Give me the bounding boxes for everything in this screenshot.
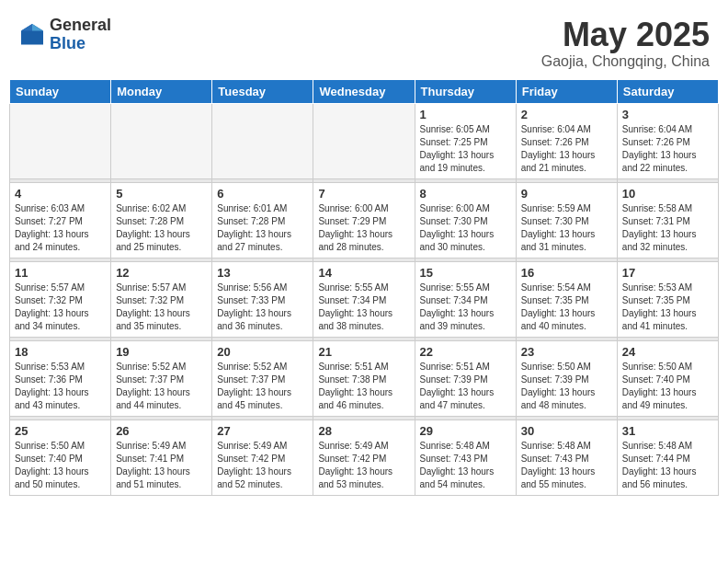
calendar-cell: 17Sunrise: 5:53 AM Sunset: 7:35 PM Dayli…: [617, 261, 718, 337]
day-info: Sunrise: 5:50 AM Sunset: 7:40 PM Dayligh…: [15, 440, 106, 491]
weekday-header-sunday: Sunday: [10, 79, 111, 103]
calendar-cell: [111, 103, 212, 178]
calendar-cell: [313, 103, 415, 178]
calendar-cell: 30Sunrise: 5:48 AM Sunset: 7:43 PM Dayli…: [516, 419, 617, 495]
calendar-cell: 7Sunrise: 6:00 AM Sunset: 7:29 PM Daylig…: [313, 182, 415, 258]
calendar-subtitle: Gaojia, Chongqing, China: [541, 53, 710, 70]
day-number: 6: [217, 187, 308, 201]
day-number: 12: [116, 266, 207, 280]
calendar-cell: 10Sunrise: 5:58 AM Sunset: 7:31 PM Dayli…: [617, 182, 718, 258]
day-info: Sunrise: 5:53 AM Sunset: 7:35 PM Dayligh…: [622, 282, 713, 333]
calendar-cell: 14Sunrise: 5:55 AM Sunset: 7:34 PM Dayli…: [313, 261, 415, 337]
day-number: 30: [521, 424, 612, 438]
day-number: 11: [15, 266, 106, 280]
day-info: Sunrise: 5:49 AM Sunset: 7:41 PM Dayligh…: [116, 440, 207, 491]
day-info: Sunrise: 5:51 AM Sunset: 7:38 PM Dayligh…: [318, 361, 409, 412]
weekday-header-wednesday: Wednesday: [313, 79, 415, 103]
day-number: 17: [622, 266, 713, 280]
day-info: Sunrise: 5:48 AM Sunset: 7:43 PM Dayligh…: [420, 440, 511, 491]
calendar-cell: 20Sunrise: 5:52 AM Sunset: 7:37 PM Dayli…: [212, 340, 313, 416]
calendar-cell: 22Sunrise: 5:51 AM Sunset: 7:39 PM Dayli…: [415, 340, 516, 416]
calendar-cell: [212, 103, 313, 178]
day-info: Sunrise: 5:52 AM Sunset: 7:37 PM Dayligh…: [116, 361, 207, 412]
day-number: 1: [420, 108, 511, 121]
day-info: Sunrise: 5:58 AM Sunset: 7:31 PM Dayligh…: [622, 202, 713, 254]
day-info: Sunrise: 5:49 AM Sunset: 7:42 PM Dayligh…: [217, 440, 308, 491]
day-info: Sunrise: 5:51 AM Sunset: 7:39 PM Dayligh…: [420, 361, 511, 412]
calendar-cell: 23Sunrise: 5:50 AM Sunset: 7:39 PM Dayli…: [516, 340, 617, 416]
calendar-cell: 9Sunrise: 5:59 AM Sunset: 7:30 PM Daylig…: [516, 182, 617, 258]
day-info: Sunrise: 5:52 AM Sunset: 7:37 PM Dayligh…: [217, 361, 308, 412]
calendar-cell: 8Sunrise: 6:00 AM Sunset: 7:30 PM Daylig…: [415, 182, 516, 258]
day-number: 19: [116, 345, 207, 359]
day-info: Sunrise: 5:57 AM Sunset: 7:32 PM Dayligh…: [15, 282, 106, 333]
calendar-cell: 11Sunrise: 5:57 AM Sunset: 7:32 PM Dayli…: [10, 261, 111, 337]
day-info: Sunrise: 6:03 AM Sunset: 7:27 PM Dayligh…: [15, 202, 106, 254]
day-number: 3: [622, 108, 713, 121]
day-number: 29: [420, 424, 511, 438]
calendar-cell: 13Sunrise: 5:56 AM Sunset: 7:33 PM Dayli…: [212, 261, 313, 337]
calendar-cell: 27Sunrise: 5:49 AM Sunset: 7:42 PM Dayli…: [212, 419, 313, 495]
weekday-header-monday: Monday: [111, 79, 212, 103]
calendar-week-row: 18Sunrise: 5:53 AM Sunset: 7:36 PM Dayli…: [10, 340, 719, 416]
day-number: 23: [521, 345, 612, 359]
day-info: Sunrise: 5:53 AM Sunset: 7:36 PM Dayligh…: [15, 361, 106, 412]
calendar-week-row: 1Sunrise: 6:05 AM Sunset: 7:25 PM Daylig…: [10, 103, 719, 178]
day-info: Sunrise: 5:56 AM Sunset: 7:33 PM Dayligh…: [217, 282, 308, 333]
day-info: Sunrise: 5:57 AM Sunset: 7:32 PM Dayligh…: [116, 282, 207, 333]
day-info: Sunrise: 5:54 AM Sunset: 7:35 PM Dayligh…: [521, 282, 612, 333]
svg-marker-1: [32, 24, 43, 31]
logo: General Blue: [18, 17, 111, 53]
calendar-week-row: 11Sunrise: 5:57 AM Sunset: 7:32 PM Dayli…: [10, 261, 719, 337]
calendar-cell: 16Sunrise: 5:54 AM Sunset: 7:35 PM Dayli…: [516, 261, 617, 337]
weekday-header-row: SundayMondayTuesdayWednesdayThursdayFrid…: [10, 79, 719, 103]
day-number: 2: [521, 108, 612, 121]
header: General Blue May 2025 Gaojia, Chongqing,…: [9, 9, 719, 74]
day-number: 31: [622, 424, 713, 438]
day-number: 22: [420, 345, 511, 359]
day-number: 14: [318, 266, 409, 280]
day-info: Sunrise: 5:59 AM Sunset: 7:30 PM Dayligh…: [521, 202, 612, 254]
day-info: Sunrise: 5:55 AM Sunset: 7:34 PM Dayligh…: [318, 282, 409, 333]
day-number: 25: [15, 424, 106, 438]
day-info: Sunrise: 6:05 AM Sunset: 7:25 PM Dayligh…: [420, 123, 511, 175]
day-number: 16: [521, 266, 612, 280]
calendar-cell: 24Sunrise: 5:50 AM Sunset: 7:40 PM Dayli…: [617, 340, 718, 416]
calendar-title: May 2025: [541, 17, 710, 53]
day-info: Sunrise: 6:00 AM Sunset: 7:29 PM Dayligh…: [318, 202, 409, 254]
day-number: 9: [521, 187, 612, 201]
calendar-cell: 6Sunrise: 6:01 AM Sunset: 7:28 PM Daylig…: [212, 182, 313, 258]
day-number: 27: [217, 424, 308, 438]
day-number: 10: [622, 187, 713, 201]
calendar-cell: 18Sunrise: 5:53 AM Sunset: 7:36 PM Dayli…: [10, 340, 111, 416]
day-number: 26: [116, 424, 207, 438]
svg-marker-2: [21, 24, 32, 31]
calendar-cell: 26Sunrise: 5:49 AM Sunset: 7:41 PM Dayli…: [111, 419, 212, 495]
day-info: Sunrise: 5:48 AM Sunset: 7:43 PM Dayligh…: [521, 440, 612, 491]
day-info: Sunrise: 6:00 AM Sunset: 7:30 PM Dayligh…: [420, 202, 511, 254]
calendar-cell: 21Sunrise: 5:51 AM Sunset: 7:38 PM Dayli…: [313, 340, 415, 416]
calendar-cell: 5Sunrise: 6:02 AM Sunset: 7:28 PM Daylig…: [111, 182, 212, 258]
day-info: Sunrise: 6:04 AM Sunset: 7:26 PM Dayligh…: [521, 123, 612, 175]
calendar-cell: 12Sunrise: 5:57 AM Sunset: 7:32 PM Dayli…: [111, 261, 212, 337]
day-number: 28: [318, 424, 409, 438]
day-number: 21: [318, 345, 409, 359]
day-number: 4: [15, 187, 106, 201]
logo-blue-text: Blue: [50, 35, 111, 53]
day-number: 13: [217, 266, 308, 280]
calendar-week-row: 4Sunrise: 6:03 AM Sunset: 7:27 PM Daylig…: [10, 182, 719, 258]
calendar-cell: 31Sunrise: 5:48 AM Sunset: 7:44 PM Dayli…: [617, 419, 718, 495]
calendar-cell: 3Sunrise: 6:04 AM Sunset: 7:26 PM Daylig…: [617, 103, 718, 178]
day-info: Sunrise: 6:02 AM Sunset: 7:28 PM Dayligh…: [116, 202, 207, 254]
calendar-cell: 15Sunrise: 5:55 AM Sunset: 7:34 PM Dayli…: [415, 261, 516, 337]
day-number: 7: [318, 187, 409, 201]
calendar-table: SundayMondayTuesdayWednesdayThursdayFrid…: [9, 79, 719, 496]
calendar-cell: 1Sunrise: 6:05 AM Sunset: 7:25 PM Daylig…: [415, 103, 516, 178]
day-info: Sunrise: 5:48 AM Sunset: 7:44 PM Dayligh…: [622, 440, 713, 491]
calendar-cell: 25Sunrise: 5:50 AM Sunset: 7:40 PM Dayli…: [10, 419, 111, 495]
day-info: Sunrise: 5:49 AM Sunset: 7:42 PM Dayligh…: [318, 440, 409, 491]
day-info: Sunrise: 5:50 AM Sunset: 7:40 PM Dayligh…: [622, 361, 713, 412]
calendar-cell: 19Sunrise: 5:52 AM Sunset: 7:37 PM Dayli…: [111, 340, 212, 416]
weekday-header-tuesday: Tuesday: [212, 79, 313, 103]
day-info: Sunrise: 5:50 AM Sunset: 7:39 PM Dayligh…: [521, 361, 612, 412]
